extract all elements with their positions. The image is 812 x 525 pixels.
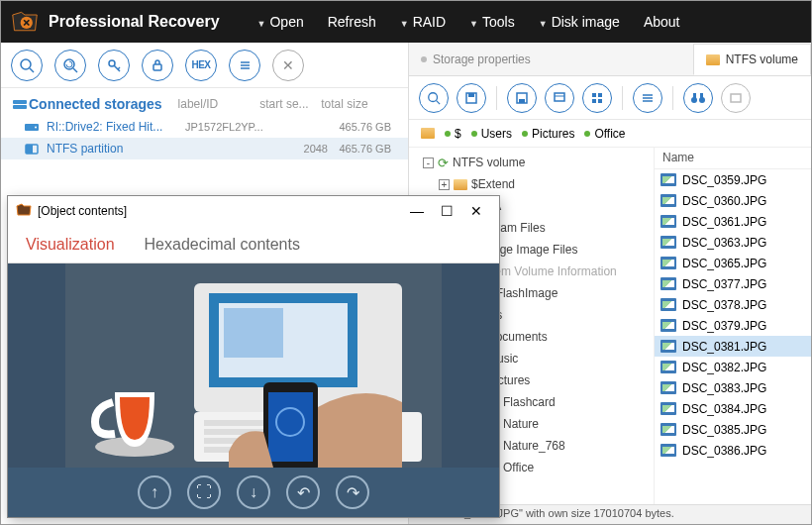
file-row[interactable]: DSC_0386.JPG — [655, 440, 811, 461]
file-name: DSC_0363.JPG — [682, 236, 766, 250]
image-file-icon — [660, 236, 676, 249]
svg-rect-24 — [555, 93, 564, 101]
expand-toggle[interactable]: - — [423, 158, 434, 168]
file-name: DSC_0386.JPG — [682, 444, 766, 458]
tree-row[interactable]: +$Extend — [409, 173, 654, 195]
breadcrumb-seg[interactable]: Users — [471, 127, 512, 141]
menu-tools[interactable]: ▼Tools — [461, 10, 523, 34]
top-bar: Professional Recovery ▼Open Refresh ▼RAI… — [1, 1, 811, 43]
right-toolbar — [409, 76, 811, 120]
tab-storage-properties[interactable]: Storage properties — [409, 45, 543, 74]
file-row[interactable]: DSC_0383.JPG — [655, 377, 811, 398]
svg-rect-23 — [519, 99, 525, 103]
undo-icon[interactable]: ↶ — [286, 475, 320, 509]
menu-about[interactable]: About — [636, 10, 688, 34]
object-contents-popup: [Object contents] — ☐ ✕ Visualization He… — [7, 195, 500, 518]
save-disk-button[interactable] — [507, 83, 537, 113]
lock-icon[interactable] — [142, 50, 173, 81]
main-menu: ▼Open Refresh ▼RAID ▼Tools ▼Disk image A… — [250, 10, 688, 34]
popup-titlebar[interactable]: [Object contents] — ☐ ✕ — [8, 196, 499, 226]
details-button[interactable] — [633, 83, 662, 113]
file-row[interactable]: DSC_0359.JPG — [655, 169, 811, 190]
file-row[interactable]: DSC_0361.JPG — [655, 211, 811, 232]
file-row[interactable]: DSC_0382.JPG — [655, 357, 811, 377]
file-row[interactable]: DSC_0384.JPG — [655, 398, 811, 419]
file-header-name[interactable]: Name — [655, 148, 811, 169]
svg-point-15 — [35, 127, 37, 129]
maximize-button[interactable]: ☐ — [432, 203, 461, 219]
tree-label: Flashcard — [503, 395, 556, 409]
storage-start: 2048 — [280, 143, 328, 155]
tree-label: Nature_768 — [503, 439, 565, 453]
key-icon[interactable] — [98, 50, 130, 81]
app-title: Professional Recovery — [49, 13, 220, 31]
tab-ntfs-volume[interactable]: NTFS volume — [693, 44, 811, 75]
file-name: DSC_0360.JPG — [682, 194, 766, 208]
right-tabs: Storage properties NTFS volume — [409, 43, 811, 76]
save-button[interactable] — [457, 83, 486, 113]
file-row[interactable]: DSC_0360.JPG — [655, 190, 811, 211]
svg-rect-8 — [153, 64, 161, 70]
expand-toggle[interactable]: + — [439, 179, 450, 190]
breadcrumb-seg[interactable]: Pictures — [522, 127, 574, 141]
expand-icon[interactable]: ⛶ — [187, 475, 221, 509]
preview-button[interactable] — [545, 83, 574, 113]
image-file-icon — [660, 423, 676, 436]
file-row[interactable]: DSC_0378.JPG — [655, 294, 811, 315]
file-row[interactable]: DSC_0365.JPG — [655, 253, 811, 273]
menu-raid[interactable]: ▼RAID — [392, 10, 454, 34]
breadcrumb-seg[interactable]: Office — [584, 127, 625, 141]
file-row[interactable]: DSC_0379.JPG — [655, 315, 811, 336]
svg-rect-28 — [592, 99, 596, 103]
file-row[interactable]: DSC_0381.JPG — [655, 336, 811, 357]
search-icon[interactable] — [11, 50, 43, 81]
breadcrumb: $ Users Pictures Office — [409, 120, 811, 148]
disabled-button — [721, 83, 751, 113]
redo-icon[interactable]: ↷ — [336, 475, 369, 509]
file-name: DSC_0382.JPG — [682, 361, 766, 374]
tree-label: NTFS volume — [453, 156, 525, 169]
file-row[interactable]: DSC_0385.JPG — [655, 419, 811, 440]
left-toolbar: HEX ✕ — [1, 43, 408, 88]
svg-rect-37 — [731, 94, 741, 102]
breadcrumb-seg[interactable]: $ — [445, 127, 461, 141]
grid-button[interactable] — [582, 83, 612, 113]
binoculars-icon[interactable] — [683, 83, 713, 113]
tab-visualization[interactable]: Visualization — [26, 236, 115, 254]
svg-rect-12 — [13, 100, 27, 104]
popup-app-icon — [16, 203, 32, 220]
svg-rect-21 — [468, 93, 474, 97]
down-arrow-icon[interactable]: ↓ — [237, 475, 270, 509]
tree-row[interactable]: -⟳NTFS volume — [409, 152, 654, 173]
menu-disk-image[interactable]: ▼Disk image — [531, 10, 628, 34]
close-button[interactable]: ✕ — [461, 203, 491, 219]
list-icon[interactable] — [229, 50, 260, 81]
svg-point-18 — [429, 92, 438, 101]
file-row[interactable]: DSC_0377.JPG — [655, 273, 811, 294]
close-icon[interactable]: ✕ — [272, 50, 304, 81]
menu-open[interactable]: ▼Open — [250, 10, 312, 34]
col-start: start se... — [254, 97, 309, 111]
image-file-icon — [660, 173, 676, 186]
hex-icon[interactable]: HEX — [185, 50, 217, 81]
storages-icon — [13, 98, 29, 110]
file-list[interactable]: Name DSC_0359.JPGDSC_0360.JPGDSC_0361.JP… — [655, 148, 811, 504]
part-icon — [25, 143, 41, 155]
svg-rect-17 — [26, 145, 33, 154]
rescan-icon[interactable] — [54, 50, 86, 81]
storage-name: NTFS partition — [47, 142, 185, 156]
up-arrow-icon[interactable]: ↑ — [138, 475, 171, 509]
col-size: total size — [309, 97, 368, 111]
tab-hex[interactable]: Hexadecimal contents — [145, 236, 300, 254]
storage-row[interactable]: NTFS partition 2048 465.76 GB — [1, 138, 408, 159]
search-button[interactable] — [419, 83, 449, 113]
svg-rect-50 — [268, 392, 313, 462]
storage-row[interactable]: RI::Drive2: Fixed Hit... JP1572FL2YP... … — [1, 116, 408, 138]
menu-refresh[interactable]: Refresh — [320, 10, 384, 34]
image-file-icon — [660, 215, 676, 228]
popup-tabs: Visualization Hexadecimal contents — [8, 226, 499, 263]
minimize-button[interactable]: — — [402, 203, 432, 219]
file-row[interactable]: DSC_0363.JPG — [655, 232, 811, 253]
tree-label: Nature — [503, 417, 539, 431]
storage-label: JP1572FL2YP... — [185, 121, 280, 133]
